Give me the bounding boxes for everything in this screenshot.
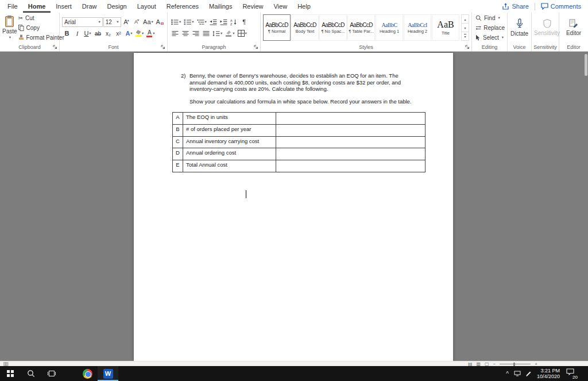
menu-tab-design[interactable]: Design (102, 0, 131, 13)
subscript-button[interactable]: x₂ (103, 29, 113, 39)
numbered-list-button[interactable]: ▾ (183, 17, 195, 27)
styles-scroll-up-button[interactable]: ▴ (462, 15, 469, 24)
bullet-list-button[interactable]: ▾ (170, 17, 182, 27)
paste-button[interactable]: Paste ▾ (2, 14, 17, 41)
strikethrough-button[interactable]: ab (93, 29, 103, 39)
paragraph-dialog-launcher-icon[interactable] (254, 45, 258, 49)
bold-button[interactable]: B (62, 29, 72, 39)
start-button[interactable] (0, 366, 21, 381)
menu-tab-help[interactable]: Help (292, 0, 316, 13)
zoom-slider-thumb[interactable] (513, 363, 515, 366)
row-description-cell[interactable]: Annual inventory carrying cost (183, 136, 276, 148)
taskbar-search-button[interactable] (21, 366, 41, 381)
clipboard-dialog-launcher-icon[interactable] (53, 45, 57, 49)
taskbar-clock[interactable]: 3:21 PM 10/4/2020 (537, 368, 560, 380)
share-button[interactable]: Share (502, 3, 528, 10)
font-name-value: Arial (64, 19, 76, 25)
menu-tab-file[interactable]: File (2, 0, 23, 13)
row-answer-cell[interactable] (276, 136, 425, 148)
shrink-font-button[interactable]: A▾ (132, 17, 142, 27)
font-group-label: Font (108, 44, 118, 50)
italic-button[interactable]: I (72, 29, 82, 39)
style-heading-2[interactable]: AaBbCcIHeading 2 (404, 14, 431, 41)
row-answer-cell[interactable] (276, 113, 425, 125)
row-answer-cell[interactable] (276, 148, 425, 160)
tray-expand-button[interactable]: ^ (506, 371, 509, 377)
row-answer-cell[interactable] (276, 160, 425, 172)
change-case-button[interactable]: Aa▾ (142, 17, 154, 27)
underline-button[interactable]: U▾ (83, 29, 92, 39)
styles-scroll-down-button[interactable]: ▾ (462, 24, 469, 32)
style-table-paragraph[interactable]: AaBbCcD¶ Table Par... (347, 14, 375, 41)
replace-button[interactable]: Replace (475, 23, 505, 32)
row-label-cell[interactable]: C (173, 136, 183, 148)
font-name-select[interactable]: Arial ▾ (62, 17, 103, 27)
row-answer-cell[interactable] (276, 124, 425, 136)
comments-button[interactable]: Comments (541, 3, 581, 10)
sort-button[interactable]: AZ (229, 17, 239, 27)
align-right-button[interactable] (191, 29, 200, 39)
word-taskbar-button[interactable]: W (98, 366, 118, 381)
align-left-button[interactable] (170, 29, 180, 39)
text-effects-button[interactable]: A▾ (124, 29, 134, 39)
styles-dialog-launcher-icon[interactable] (465, 45, 470, 49)
decrease-indent-button[interactable] (208, 17, 218, 27)
menu-tab-insert[interactable]: Insert (51, 0, 77, 13)
editor-button[interactable]: Editor (562, 19, 586, 36)
row-label-cell[interactable]: D (173, 148, 183, 160)
row-description-cell[interactable]: Annual ordering cost (183, 148, 276, 160)
font-color-swatch (146, 36, 152, 37)
style-title[interactable]: AaBTitle (432, 14, 459, 41)
font-size-select[interactable]: 12 ▾ (103, 17, 121, 27)
cut-button[interactable]: ✂ Cut (18, 13, 64, 22)
vertical-scrollbar-thumb[interactable] (585, 54, 587, 76)
menu-tab-references[interactable]: References (161, 0, 204, 13)
clear-formatting-button[interactable]: A (154, 17, 165, 27)
format-painter-button[interactable]: Format Painter (18, 33, 64, 42)
style-body-text[interactable]: AaBbCcDBody Text (291, 14, 319, 41)
font-dialog-launcher-icon[interactable] (161, 45, 165, 49)
menu-tab-review[interactable]: Review (237, 0, 268, 13)
chrome-taskbar-button[interactable] (77, 366, 98, 381)
row-description-cell[interactable]: Total Annual cost (183, 160, 276, 172)
font-color-button[interactable]: A▾ (145, 29, 156, 39)
style-normal[interactable]: AaBbCcD¶ Normal (263, 14, 291, 41)
zoom-slider[interactable] (500, 364, 531, 364)
dictate-button[interactable]: Dictate (510, 18, 529, 37)
grow-font-button[interactable]: A▴ (122, 17, 131, 27)
copy-button[interactable]: Copy (18, 23, 64, 32)
borders-button[interactable]: ▾ (237, 29, 248, 39)
network-icon[interactable] (514, 371, 521, 376)
document-page[interactable]: 2) Benny, the owner of Benny's warehouse… (134, 53, 453, 361)
styles-more-button[interactable]: ▾ (462, 32, 469, 40)
line-spacing-button[interactable]: ▾ (211, 29, 223, 39)
shading-button[interactable]: ▾ (224, 29, 235, 39)
select-button[interactable]: Select ▾ (475, 33, 505, 42)
sensitivity-button[interactable]: Sensitivity (534, 19, 560, 36)
increase-indent-button[interactable] (219, 17, 229, 27)
action-center-button[interactable]: 20 (565, 367, 577, 380)
row-label-cell[interactable]: B (173, 124, 183, 136)
task-view-button[interactable] (41, 366, 62, 381)
show-formatting-marks-button[interactable]: ¶ (239, 17, 249, 27)
row-label-cell[interactable]: A (173, 113, 183, 125)
menu-tab-home[interactable]: Home (23, 0, 51, 13)
row-label-cell[interactable]: E (173, 160, 183, 172)
multilevel-list-button[interactable]: ▾ (196, 17, 208, 27)
align-center-button[interactable] (180, 29, 190, 39)
style-heading-1[interactable]: AaBbCHeading 1 (376, 14, 403, 41)
chevron-down-icon: ▾ (142, 32, 144, 36)
pen-icon[interactable] (526, 371, 532, 377)
row-description-cell[interactable]: # of orders placed per year (183, 124, 276, 136)
justify-button[interactable] (201, 29, 211, 39)
menu-tab-mailings[interactable]: Mailings (204, 0, 237, 13)
style-no-spacing[interactable]: AaBbCcD¶ No Spac... (319, 14, 347, 41)
menu-tab-view[interactable]: View (268, 0, 292, 13)
menu-tab-layout[interactable]: Layout (132, 0, 161, 13)
highlight-button[interactable]: ▾ (134, 29, 145, 39)
menu-tab-draw[interactable]: Draw (77, 0, 102, 13)
row-description-cell[interactable]: The EOQ in units (183, 113, 276, 125)
superscript-button[interactable]: x² (114, 29, 123, 39)
find-button[interactable]: Find ▾ (475, 13, 505, 22)
spellcheck-book-icon[interactable] (3, 362, 9, 366)
